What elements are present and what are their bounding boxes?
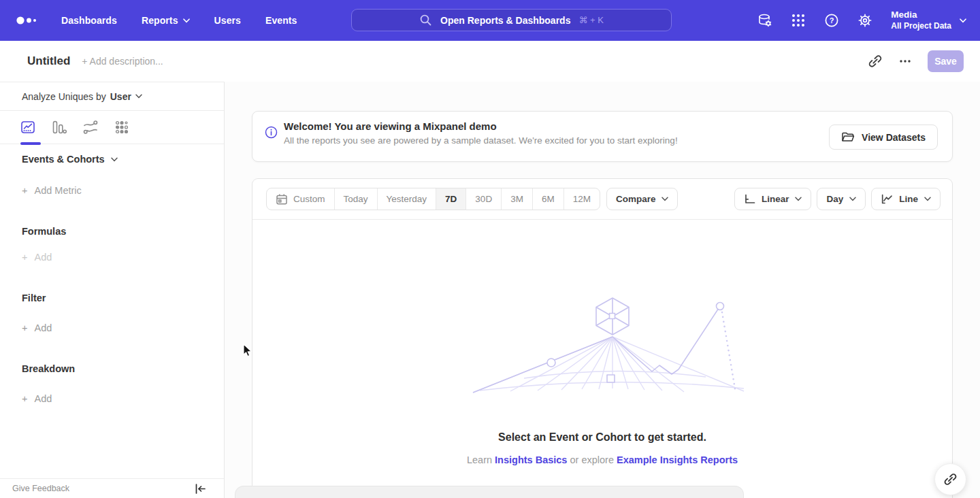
empty-state: Select an Event or Cohort to get started… xyxy=(252,220,952,465)
mixpanel-logo-icon[interactable] xyxy=(15,14,39,27)
scale-dropdown[interactable]: Linear xyxy=(734,188,812,210)
add-formula-label: Add xyxy=(34,252,52,263)
compare-label: Compare xyxy=(616,194,656,204)
events-cohorts-header[interactable]: Events & Cohorts xyxy=(22,154,224,165)
report-title[interactable]: Untitled xyxy=(27,54,70,68)
nav-users[interactable]: Users xyxy=(214,15,241,26)
view-datasets-label: View Datasets xyxy=(862,132,926,143)
add-filter-label: Add xyxy=(34,322,52,333)
nav-events[interactable]: Events xyxy=(265,15,297,26)
filter-section-title: Filter xyxy=(22,293,224,303)
analyze-value: User xyxy=(110,91,131,102)
insights-basics-link[interactable]: Insights Basics xyxy=(495,454,567,465)
share-link-fab[interactable] xyxy=(934,463,966,495)
project-switcher[interactable]: Media All Project Data xyxy=(891,10,966,31)
example-reports-link[interactable]: Example Insights Reports xyxy=(617,454,738,465)
date-range-30d[interactable]: 30D xyxy=(466,188,501,210)
sidebar-footer: Give Feedback xyxy=(0,478,224,498)
linear-axis-icon xyxy=(744,193,755,205)
date-range-3m[interactable]: 3M xyxy=(501,188,532,210)
add-metric-label: Add Metric xyxy=(34,185,81,196)
report-type-tabs xyxy=(0,111,224,144)
date-range-7d[interactable]: 7D xyxy=(436,188,466,210)
chart-type-dropdown[interactable]: Line xyxy=(871,188,941,210)
chevron-down-icon xyxy=(924,197,931,201)
apps-grid-icon[interactable] xyxy=(791,13,806,28)
link-icon xyxy=(943,472,958,486)
date-range-control: Custom Today Yesterday 7D 30D 3M 6M 12M xyxy=(266,188,600,210)
folder-open-icon xyxy=(841,131,855,144)
add-breakdown-button[interactable]: + Add xyxy=(22,393,224,404)
line-chart-icon xyxy=(881,193,893,205)
learn-text: Learn xyxy=(467,454,492,465)
date-range-6m[interactable]: 6M xyxy=(532,188,564,210)
empty-state-illustration xyxy=(459,289,745,398)
date-range-30d-label: 30D xyxy=(475,194,492,204)
more-options-icon[interactable] xyxy=(898,54,913,69)
copy-link-icon[interactable] xyxy=(868,54,883,69)
tab-insights-icon[interactable] xyxy=(20,120,35,135)
nav-dashboards[interactable]: Dashboards xyxy=(61,15,117,26)
info-icon xyxy=(265,126,278,139)
query-sidebar: Analyze Uniques by User xyxy=(0,82,225,498)
give-feedback-link[interactable]: Give Feedback xyxy=(12,484,69,493)
view-datasets-button[interactable]: View Datasets xyxy=(829,124,938,150)
top-nav: Dashboards Reports Users Events Open Rep… xyxy=(0,0,980,41)
help-icon[interactable]: ? xyxy=(824,13,839,28)
project-scope: All Project Data xyxy=(891,21,951,31)
date-range-yesterday[interactable]: Yesterday xyxy=(377,188,436,210)
compare-button[interactable]: Compare xyxy=(606,188,679,210)
chevron-down-icon xyxy=(662,197,668,201)
tab-retention-icon[interactable] xyxy=(114,120,129,135)
nav-right: ? Media All Project Data xyxy=(757,0,966,41)
collapse-sidebar-icon[interactable] xyxy=(195,483,206,495)
active-tab-indicator xyxy=(20,142,41,145)
chart-type-label: Line xyxy=(899,194,918,204)
search-shortcut: ⌘ + K xyxy=(578,15,604,25)
formulas-section-title: Formulas xyxy=(22,226,224,237)
add-filter-button[interactable]: + Add xyxy=(22,322,224,333)
report-description-placeholder[interactable]: + Add description... xyxy=(82,56,163,67)
events-cohorts-label: Events & Cohorts xyxy=(22,154,105,165)
main-content: Welcome! You are viewing a Mixpanel demo… xyxy=(225,82,980,498)
global-search[interactable]: Open Reports & Dashboards ⌘ + K xyxy=(351,9,672,31)
tab-funnels-icon[interactable] xyxy=(52,120,67,135)
demo-banner: Welcome! You are viewing a Mixpanel demo… xyxy=(252,111,953,162)
chevron-down-icon xyxy=(111,157,118,162)
analyze-label: Analyze Uniques by xyxy=(22,91,106,102)
report-card: Custom Today Yesterday 7D 30D 3M 6M 12M … xyxy=(252,178,953,498)
add-formula-button[interactable]: + Add xyxy=(22,252,224,263)
empty-state-title: Select an Event or Cohort to get started… xyxy=(498,431,706,444)
breakdown-section-title: Breakdown xyxy=(22,363,224,374)
chart-toolbar: Custom Today Yesterday 7D 30D 3M 6M 12M … xyxy=(252,179,952,220)
chevron-down-icon xyxy=(795,197,802,201)
settings-gear-icon[interactable] xyxy=(858,13,872,28)
date-range-7d-label: 7D xyxy=(445,194,457,204)
save-button[interactable]: Save xyxy=(928,50,964,72)
or-explore-text: or explore xyxy=(570,454,613,465)
date-range-6m-label: 6M xyxy=(542,194,555,204)
date-range-custom[interactable]: Custom xyxy=(267,188,334,210)
add-metric-button[interactable]: + Add Metric xyxy=(22,185,224,196)
scale-label: Linear xyxy=(762,194,789,204)
plus-icon: + xyxy=(22,322,27,333)
calendar-icon xyxy=(276,193,288,205)
chevron-down-icon xyxy=(960,18,966,23)
svg-text:?: ? xyxy=(830,16,834,24)
nav-reports[interactable]: Reports xyxy=(142,15,190,26)
analyze-value-dropdown[interactable]: User xyxy=(110,91,142,102)
data-management-icon[interactable] xyxy=(757,13,772,28)
banner-title: Welcome! You are viewing a Mixpanel demo xyxy=(284,120,678,132)
primary-nav: Dashboards Reports Users Events xyxy=(61,15,297,26)
bottom-panel-edge[interactable] xyxy=(235,486,744,498)
interval-dropdown[interactable]: Day xyxy=(817,188,866,210)
tab-flows-icon[interactable] xyxy=(83,120,98,135)
date-range-12m[interactable]: 12M xyxy=(564,188,600,210)
date-range-12m-label: 12M xyxy=(573,194,591,204)
date-range-custom-label: Custom xyxy=(293,194,325,204)
interval-label: Day xyxy=(826,194,843,204)
nav-events-label: Events xyxy=(265,15,297,26)
date-range-today-label: Today xyxy=(344,194,368,204)
date-range-today[interactable]: Today xyxy=(334,188,377,210)
nav-dashboards-label: Dashboards xyxy=(61,15,117,26)
